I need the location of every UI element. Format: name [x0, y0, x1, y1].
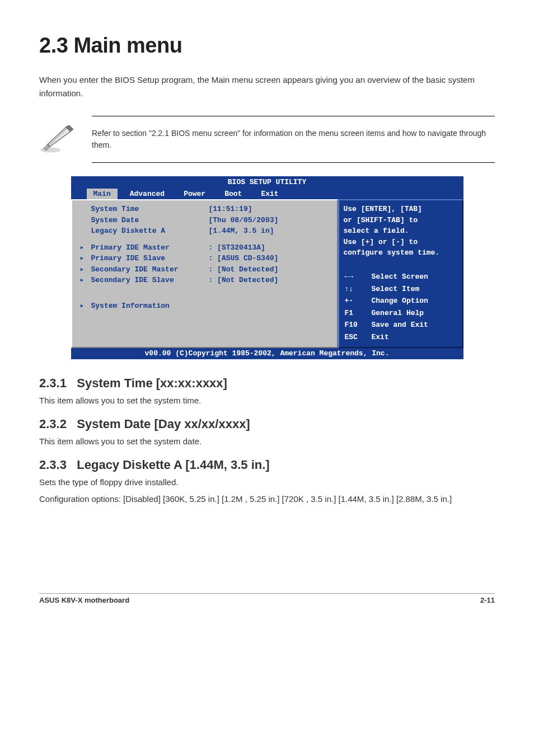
- bios-row-pim[interactable]: ▸ Primary IDE Master : [ST320413A]: [80, 242, 331, 253]
- section-heading: 2.3 Main menu: [39, 34, 495, 58]
- bios-row-legacy[interactable]: Legacy Diskette A [1.44M, 3.5 in]: [80, 226, 331, 237]
- config-options-legacy: Configuration options: [Disabled] [360K,…: [39, 494, 495, 504]
- bios-nav-help: ←→Select Screen ↑↓Select Item +-Change O…: [344, 270, 458, 344]
- bios-row-systemtime[interactable]: System Time [11:51:19]: [80, 204, 331, 215]
- bios-label: Primary IDE Slave: [91, 253, 209, 264]
- bios-row-sysinfo[interactable]: ▸ System Information: [80, 300, 331, 312]
- subheading-title: System Time [xx:xx:xxxx]: [77, 376, 227, 390]
- bios-value: : [Not Detected]: [209, 264, 279, 275]
- svg-line-4: [49, 128, 67, 145]
- bios-label: Primary IDE Master: [91, 242, 209, 253]
- submenu-arrow-icon: ▸: [80, 264, 91, 275]
- bios-label: Legacy Diskette A: [91, 226, 209, 237]
- bios-label: System Time: [91, 204, 209, 215]
- bios-label: System Date: [91, 215, 209, 226]
- bios-main-pane: System Time [11:51:19] System Date [Thu …: [71, 199, 338, 348]
- subheading-number: 2.3.1: [39, 376, 67, 390]
- submenu-arrow-icon: ▸: [80, 253, 91, 264]
- bios-tab-power[interactable]: Power: [177, 189, 212, 200]
- bios-tab-advanced[interactable]: Advanced: [123, 189, 171, 200]
- bios-value: [1.44M, 3.5 in]: [209, 226, 274, 237]
- svg-point-0: [40, 148, 60, 153]
- subtext-systemdate: This item allows you to set the system d…: [39, 435, 495, 448]
- footer-page-number: 2-11: [480, 596, 495, 604]
- bios-row-sis[interactable]: ▸ Secondary IDE Slave : [Not Detected]: [80, 275, 331, 286]
- submenu-arrow-icon: ▸: [80, 242, 91, 253]
- note-block: Refer to section "2.2.1 BIOS menu screen…: [39, 116, 495, 163]
- bios-help-pane: Use [ENTER], [TAB] or [SHIFT-TAB] to sel…: [338, 199, 463, 348]
- bios-value: : [ASUS CD-S340]: [209, 253, 279, 264]
- bios-value: [11:51:19]: [209, 204, 252, 215]
- subheading-legacy: 2.3.3 Legacy Diskette A [1.44M, 3.5 in.]: [39, 458, 495, 472]
- svg-marker-2: [48, 127, 71, 147]
- bios-title: BIOS SETUP UTILITY: [71, 176, 463, 189]
- bios-footer: v00.00 (C)Copyright 1985-2002, American …: [71, 348, 463, 359]
- bios-screenshot: BIOS SETUP UTILITY Main Advanced Power B…: [71, 176, 463, 359]
- note-text: Refer to section "2.2.1 BIOS menu screen…: [92, 128, 495, 151]
- bios-value: : [ST320413A]: [209, 242, 265, 253]
- submenu-arrow-icon: ▸: [80, 300, 91, 312]
- bios-tab-boot[interactable]: Boot: [218, 189, 249, 200]
- bios-row-systemdate[interactable]: System Date [Thu 08/05/2003]: [80, 215, 331, 226]
- page-footer: ASUS K8V-X motherboard 2-11: [39, 593, 495, 604]
- bios-row-pis[interactable]: ▸ Primary IDE Slave : [ASUS CD-S340]: [80, 253, 331, 264]
- subheading-number: 2.3.2: [39, 417, 67, 431]
- intro-paragraph: When you enter the BIOS Setup program, t…: [39, 73, 495, 100]
- subheading-number: 2.3.3: [39, 458, 67, 472]
- bios-label: Secondary IDE Master: [91, 264, 209, 275]
- subheading-title: System Date [Day xx/xx/xxxx]: [77, 417, 250, 431]
- subtext-systemtime: This item allows you to set the system t…: [39, 394, 495, 407]
- bios-tab-exit[interactable]: Exit: [254, 189, 285, 200]
- subheading-systemdate: 2.3.2 System Date [Day xx/xx/xxxx]: [39, 417, 495, 431]
- bios-tab-bar: Main Advanced Power Boot Exit: [71, 189, 463, 200]
- note-pen-icon: [39, 125, 76, 153]
- bios-value: : [Not Detected]: [209, 275, 279, 286]
- bios-label: System Information: [91, 300, 209, 312]
- subtext-legacy: Sets the type of floppy drive installed.: [39, 476, 495, 489]
- bios-row-sim[interactable]: ▸ Secondary IDE Master : [Not Detected]: [80, 264, 331, 275]
- bios-value: [Thu 08/05/2003]: [209, 215, 279, 226]
- bios-tab-main[interactable]: Main: [87, 189, 118, 200]
- bios-label: Secondary IDE Slave: [91, 275, 209, 286]
- subheading-systemtime: 2.3.1 System Time [xx:xx:xxxx]: [39, 376, 495, 391]
- submenu-arrow-icon: ▸: [80, 275, 91, 286]
- footer-left: ASUS K8V-X motherboard: [39, 596, 129, 604]
- bios-help-text: Use [ENTER], [TAB] or [SHIFT-TAB] to sel…: [344, 204, 458, 259]
- subheading-title: Legacy Diskette A [1.44M, 3.5 in.]: [77, 458, 269, 472]
